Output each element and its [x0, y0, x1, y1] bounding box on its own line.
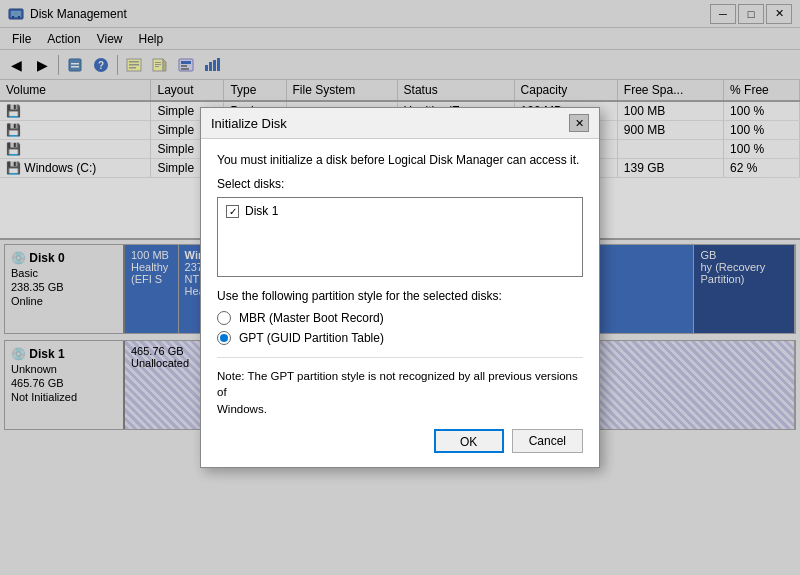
- gpt-radio-selected: [220, 334, 228, 342]
- modal-overlay: Initialize Disk ✕ You must initialize a …: [0, 0, 800, 575]
- disk-list-box[interactable]: ✓ Disk 1: [217, 197, 583, 277]
- select-disks-label: Select disks:: [217, 177, 583, 191]
- modal-buttons: OK Cancel: [217, 429, 583, 453]
- partition-style-label: Use the following partition style for th…: [217, 289, 583, 303]
- modal-note: Note: The GPT partition style is not rec…: [217, 357, 583, 416]
- modal-description: You must initialize a disk before Logica…: [217, 153, 583, 167]
- initialize-disk-dialog: Initialize Disk ✕ You must initialize a …: [200, 107, 600, 467]
- gpt-radio[interactable]: [217, 331, 231, 345]
- modal-title-bar: Initialize Disk ✕: [201, 108, 599, 139]
- modal-title: Initialize Disk: [211, 116, 287, 131]
- ok-button[interactable]: OK: [434, 429, 504, 453]
- partition-style-options: MBR (Master Boot Record) GPT (GUID Parti…: [217, 311, 583, 345]
- mbr-radio[interactable]: [217, 311, 231, 325]
- disk-list-item-0[interactable]: ✓ Disk 1: [222, 202, 578, 220]
- disk-1-checkbox[interactable]: ✓: [226, 205, 239, 218]
- modal-close-button[interactable]: ✕: [569, 114, 589, 132]
- gpt-label: GPT (GUID Partition Table): [239, 331, 384, 345]
- mbr-label: MBR (Master Boot Record): [239, 311, 384, 325]
- cancel-button[interactable]: Cancel: [512, 429, 583, 453]
- modal-body: You must initialize a disk before Logica…: [201, 139, 599, 466]
- disk-1-list-label: Disk 1: [245, 204, 278, 218]
- gpt-option[interactable]: GPT (GUID Partition Table): [217, 331, 583, 345]
- mbr-option[interactable]: MBR (Master Boot Record): [217, 311, 583, 325]
